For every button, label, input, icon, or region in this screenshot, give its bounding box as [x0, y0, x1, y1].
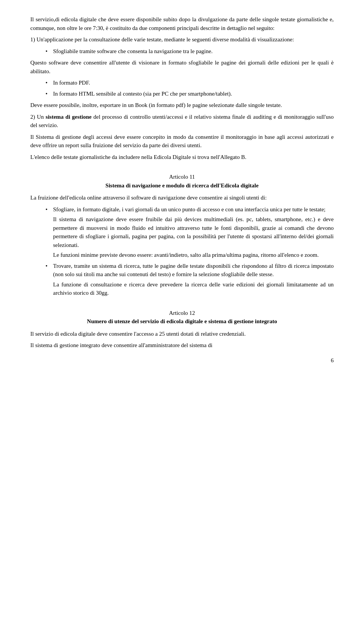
article-11-heading: Sistema di navigazione e modulo di ricer… [30, 181, 334, 190]
paragraph-deve-essere: Deve essere possibile, inoltre, esportar… [30, 101, 334, 110]
list-item-pdf: In formato PDF. [46, 79, 334, 87]
paragraph-sistema-gestione: 2) Un sistema di gestione del processo d… [30, 113, 334, 130]
list-item-sfogliare: Sfogliare, in formato digitale, i vari g… [46, 205, 334, 259]
paragraph-1: Il servizio,di edicola digitale che deve… [30, 15, 334, 32]
article-11-title: Articolo 11 Sistema di navigazione e mod… [30, 173, 334, 190]
paragraph-sistema-accessi: Il Sistema di gestione degli accessi dev… [30, 133, 334, 150]
list-item-trovare-main: Trovare, tramite un sistema di ricerca, … [53, 263, 334, 278]
bullet-list-1: Sfogliabile tramite software che consent… [46, 47, 334, 56]
article-12-para2: Il sistema di gestione integrato deve co… [30, 341, 334, 350]
bold-sistema-gestione: sistema di gestione [46, 114, 91, 120]
page-number: 6 [30, 357, 334, 364]
bullet-list-2: In formato PDF. In formato HTML sensibil… [46, 79, 334, 98]
list-item-trovare: Trovare, tramite un sistema di ricerca, … [46, 262, 334, 297]
article-12-title: Articolo 12 Numero di utenze del servizi… [30, 309, 334, 326]
article-12-para1: Il servizio di edicola digitale deve con… [30, 330, 334, 338]
article-12-number: Articolo 12 [30, 309, 334, 318]
list-item-html: In formato HTML sensibile al contesto (s… [46, 90, 334, 98]
list-item-sfogliare-sub2: Le funzioni minime previste devono esser… [53, 251, 334, 259]
list-item-trovare-sub: La funzione di consultazione e ricerca d… [53, 280, 334, 297]
list-item-sfogliare-main: Sfogliare, in formato digitale, i vari g… [53, 206, 326, 212]
list-item-sfogliare-sub: Il sistema di navigazione deve essere fr… [53, 215, 334, 249]
article-11-intro: La fruizione dell'edicola online attrave… [30, 193, 334, 202]
paragraph-2: 1) Un'applicazione per la consultazione … [30, 35, 334, 44]
paragraph-questo-software: Questo software deve consentire all'uten… [30, 58, 334, 75]
paragraph-elenco-testate: L'elenco delle testate giornalistiche da… [30, 153, 334, 162]
article-12-heading: Numero di utenze del servizio di edicola… [30, 317, 334, 326]
bullet-list-3: Sfogliare, in formato digitale, i vari g… [46, 205, 334, 297]
article-11-number: Articolo 11 [30, 173, 334, 181]
list-item-sfogliabile: Sfogliabile tramite software che consent… [46, 47, 334, 56]
page-container: Il servizio,di edicola digitale che deve… [0, 0, 364, 635]
